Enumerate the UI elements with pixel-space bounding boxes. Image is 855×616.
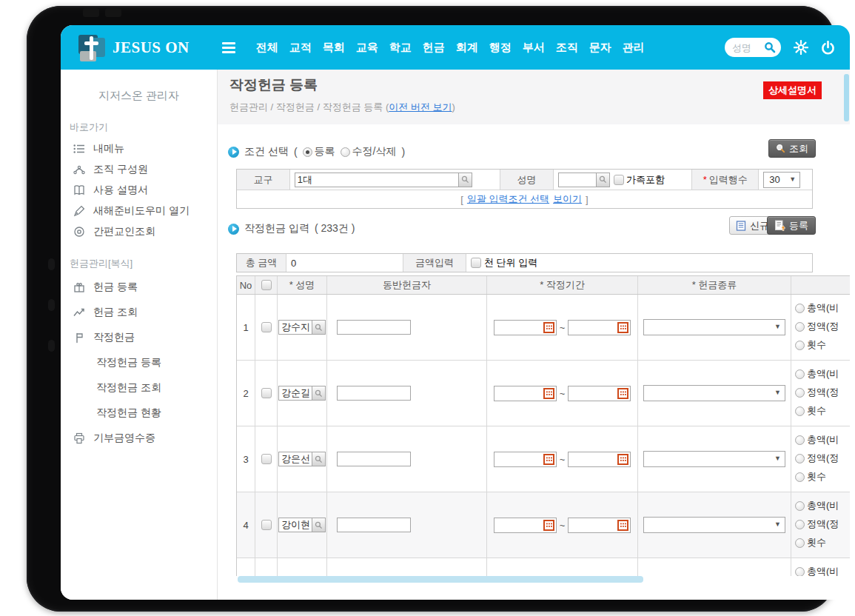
name-search-button[interactable] <box>312 320 326 335</box>
vertical-scrollbar-thumb[interactable] <box>844 74 849 121</box>
power-icon[interactable] <box>821 41 835 55</box>
district-input[interactable] <box>295 173 459 187</box>
pledge-method-count[interactable]: 횟수 <box>795 404 826 418</box>
calendar-icon[interactable] <box>543 520 554 531</box>
co-donor-input[interactable] <box>337 452 411 466</box>
sidebar-item-pledge-status[interactable]: 작정헌금 현황 <box>61 401 217 426</box>
hamburger-menu-icon[interactable] <box>222 42 235 53</box>
calendar-icon[interactable] <box>617 454 628 465</box>
co-donor-input[interactable] <box>337 518 411 532</box>
radio-register-control[interactable] <box>303 147 312 157</box>
sidebar-item-user-manual[interactable]: 사용 설명서 <box>61 180 217 201</box>
sidebar-item-offering-inquiry[interactable]: 헌금 조회 <box>61 300 217 325</box>
nav-item-교적[interactable]: 교적 <box>289 41 312 55</box>
row-checkbox[interactable] <box>261 520 272 530</box>
name-input[interactable] <box>278 518 312 532</box>
pledge-method-count[interactable]: 횟수 <box>795 338 826 352</box>
family-include-option[interactable]: 가족포함 <box>614 173 665 187</box>
app-logo[interactable]: JESUS ON <box>77 33 190 61</box>
thousand-unit-checkbox[interactable] <box>471 258 481 268</box>
calendar-icon[interactable] <box>543 454 554 465</box>
nav-item-헌금[interactable]: 헌금 <box>423 41 445 55</box>
calendar-icon[interactable] <box>543 388 554 399</box>
sidebar-item-quick-member-lookup[interactable]: 간편교인조회 <box>61 221 217 242</box>
member-name-search-button[interactable] <box>597 173 610 187</box>
pledge-method-count[interactable]: 횟수 <box>795 470 826 483</box>
nav-item-행정[interactable]: 행정 <box>489 41 512 55</box>
radio-modify-control[interactable] <box>341 147 350 157</box>
start-date-input[interactable] <box>496 453 543 466</box>
prev-version-link[interactable]: 이전 버전 보기 <box>389 101 452 113</box>
pledge-method-total[interactable]: 총액(비 <box>795 433 839 446</box>
sidebar-item-newyear-helper[interactable]: 새해준비도우미 열기 <box>61 201 217 221</box>
start-date-input[interactable] <box>496 321 543 334</box>
end-date-input[interactable] <box>570 519 617 532</box>
calendar-icon[interactable] <box>617 388 628 399</box>
pledge-method-count[interactable]: 횟수 <box>795 536 826 549</box>
select-all-checkbox[interactable] <box>261 280 272 290</box>
offering-type-select[interactable] <box>643 319 785 335</box>
offering-type-select[interactable] <box>643 451 785 467</box>
co-donor-input[interactable] <box>337 320 411 335</box>
batch-condition-show-link[interactable]: 보이기 <box>553 192 582 206</box>
end-date-input[interactable] <box>570 387 617 400</box>
nav-item-부서[interactable]: 부서 <box>523 41 545 55</box>
detail-manual-button[interactable]: 상세설명서 <box>763 81 822 99</box>
horizontal-scrollbar-thumb[interactable] <box>238 576 643 583</box>
nav-item-문자[interactable]: 문자 <box>589 41 611 55</box>
register-button[interactable]: 등록 <box>767 216 816 235</box>
header-search-input[interactable] <box>732 38 765 56</box>
gear-icon[interactable] <box>794 40 808 55</box>
row-count-select[interactable]: 30 <box>763 172 800 188</box>
radio-modify-delete[interactable]: 수정/삭제 <box>341 145 397 158</box>
start-date-input[interactable] <box>496 387 543 400</box>
pledge-method-fixed[interactable]: 정액(정 <box>795 518 839 531</box>
sidebar-user-name[interactable]: 지저스온 관리자 <box>61 89 217 103</box>
pledge-method-total[interactable]: 총액(비 <box>795 301 839 315</box>
row-checkbox[interactable] <box>261 322 272 332</box>
nav-item-회계[interactable]: 회계 <box>456 41 478 55</box>
name-input[interactable] <box>278 386 312 401</box>
name-search-button[interactable] <box>312 518 326 532</box>
family-include-checkbox[interactable] <box>614 175 624 185</box>
pledge-method-total[interactable]: 총액(비 <box>795 565 839 576</box>
offering-type-select[interactable] <box>643 385 785 401</box>
calendar-icon[interactable] <box>617 322 628 333</box>
calendar-icon[interactable] <box>617 520 628 531</box>
calendar-icon[interactable] <box>543 322 554 333</box>
sidebar-item-pledge-offering[interactable]: 작정헌금 <box>61 325 217 350</box>
district-search-button[interactable] <box>459 173 472 187</box>
row-checkbox[interactable] <box>261 388 272 398</box>
offering-type-select[interactable] <box>643 517 785 533</box>
search-icon[interactable] <box>764 41 776 53</box>
pledge-method-fixed[interactable]: 정액(정 <box>795 320 839 333</box>
start-date-input[interactable] <box>496 519 543 532</box>
nav-item-전체[interactable]: 전체 <box>256 41 278 55</box>
radio-register[interactable]: 등록 <box>303 145 335 158</box>
pledge-method-fixed[interactable]: 정액(정 <box>795 386 839 399</box>
sidebar-item-donation-receipt[interactable]: 기부금영수증 <box>61 426 217 451</box>
sidebar-item-pledge-inquiry[interactable]: 작정헌금 조회 <box>61 375 217 401</box>
pledge-method-fixed[interactable]: 정액(정 <box>795 452 839 465</box>
name-search-button[interactable] <box>312 386 326 401</box>
end-date-input[interactable] <box>570 321 617 334</box>
pledge-method-total[interactable]: 총액(비 <box>795 499 839 512</box>
batch-condition-link[interactable]: 일괄 입력조건 선택 <box>467 192 549 206</box>
sidebar-item-my-menu[interactable]: 내메뉴 <box>61 138 217 159</box>
nav-item-학교[interactable]: 학교 <box>389 41 412 55</box>
nav-item-교육[interactable]: 교육 <box>356 41 378 55</box>
sidebar-item-pledge-register[interactable]: 작정헌금 등록 <box>61 350 217 375</box>
pledge-method-total[interactable]: 총액(비 <box>795 367 839 381</box>
row-checkbox[interactable] <box>261 454 272 464</box>
search-button[interactable]: 조회 <box>768 139 816 158</box>
sidebar-item-offering-register[interactable]: 헌금 등록 <box>61 275 217 300</box>
nav-item-조직[interactable]: 조직 <box>556 41 578 55</box>
name-input[interactable] <box>278 452 312 466</box>
nav-item-목회[interactable]: 목회 <box>323 41 345 55</box>
member-name-input[interactable] <box>558 173 597 187</box>
sidebar-item-org-members[interactable]: 조직 구성원 <box>61 159 217 180</box>
end-date-input[interactable] <box>570 453 617 466</box>
name-search-button[interactable] <box>312 452 326 466</box>
nav-item-관리[interactable]: 관리 <box>623 41 645 55</box>
name-input[interactable] <box>278 320 312 335</box>
